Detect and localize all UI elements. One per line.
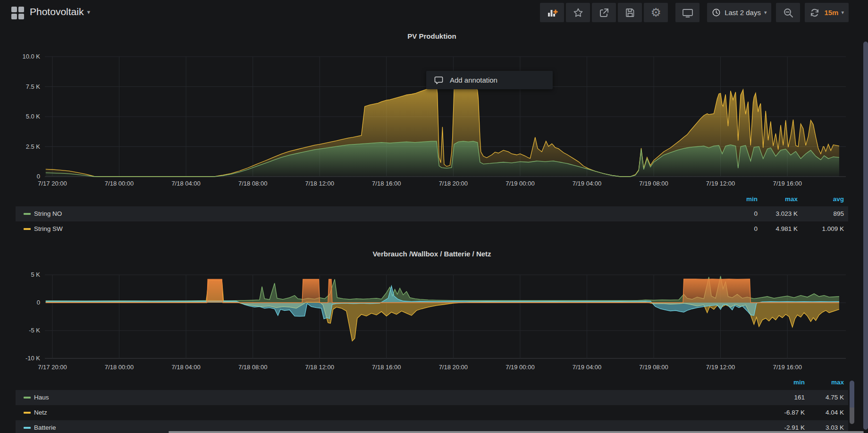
series-swatch xyxy=(24,228,31,230)
time-range-picker[interactable]: Last 2 days ▾ xyxy=(707,3,771,22)
x-tick-label: 7/18 04:00 xyxy=(158,364,214,371)
add-annotation-label: Add annotation xyxy=(450,76,497,84)
dashboard-settings-button[interactable]: ⚙ xyxy=(644,3,668,22)
y-tick-label: 7.5 K xyxy=(2,83,40,90)
x-tick-label: 7/19 12:00 xyxy=(692,364,749,371)
x-tick-label: 7/18 20:00 xyxy=(425,180,481,187)
y-tick-label: 5.0 K xyxy=(2,113,40,120)
series-name: String NO xyxy=(34,210,62,217)
x-tick-label: 7/18 12:00 xyxy=(291,364,348,371)
x-tick-label: 7/18 00:00 xyxy=(91,180,148,187)
series-avg: 895 xyxy=(792,210,844,217)
comment-bubble-icon xyxy=(434,76,443,85)
verbrauch-chart[interactable] xyxy=(0,263,868,365)
share-dashboard-button[interactable] xyxy=(592,3,616,22)
share-icon xyxy=(598,7,610,18)
series-swatch xyxy=(24,427,31,429)
gear-icon: ⚙ xyxy=(650,7,661,18)
x-tick-label: 7/17 20:00 xyxy=(24,364,81,371)
horizontal-scrollbar[interactable] xyxy=(169,431,864,433)
legend-row-haus[interactable]: Haus 161 4.75 K xyxy=(16,390,848,405)
x-tick-label: 7/18 20:00 xyxy=(425,364,481,371)
x-tick-label: 7/19 12:00 xyxy=(692,180,749,187)
x-tick-label: 7/19 00:00 xyxy=(492,364,548,371)
legend-sort-max[interactable]: max xyxy=(746,195,798,203)
time-range-label: Last 2 days xyxy=(725,8,761,17)
save-dashboard-button[interactable] xyxy=(618,3,642,22)
series-max: 4.981 K xyxy=(746,225,798,232)
dashboard-title: Photovoltaik xyxy=(30,6,84,17)
y-tick-label: 10.0 K xyxy=(2,53,40,60)
series-max: 3.023 K xyxy=(746,210,798,217)
x-tick-label: 7/18 08:00 xyxy=(225,180,281,187)
y-tick-label: 2.5 K xyxy=(2,143,40,150)
x-tick-label: 7/19 04:00 xyxy=(558,180,615,187)
series-avg: 1.009 K xyxy=(792,225,844,232)
pv-legend-header: min max avg xyxy=(16,195,848,203)
x-tick-label: 7/18 04:00 xyxy=(158,180,214,187)
add-panel-icon xyxy=(547,7,558,18)
x-tick-label: 7/19 08:00 xyxy=(625,364,682,371)
y-tick-label: 0 xyxy=(2,173,40,180)
x-tick-label: 7/17 20:00 xyxy=(24,180,81,187)
legend-row-netz[interactable]: Netz -6.87 K 4.04 K xyxy=(16,405,848,420)
star-icon xyxy=(573,7,584,18)
x-tick-label: 7/18 08:00 xyxy=(225,364,281,371)
y-tick-label: -5 K xyxy=(2,327,40,334)
add-panel-button[interactable] xyxy=(540,3,564,22)
series-swatch xyxy=(24,397,31,399)
dashboard-title-dropdown[interactable]: Photovoltaik▾ xyxy=(30,6,90,17)
chevron-down-icon: ▾ xyxy=(841,9,844,16)
series-max: 3.03 K xyxy=(792,424,844,431)
grafana-dashboard: Photovoltaik▾ xyxy=(0,0,868,433)
x-tick-label: 7/19 04:00 xyxy=(558,364,615,371)
x-tick-label: 7/18 16:00 xyxy=(358,180,415,187)
panel-title-verbrauch[interactable]: Verbrauch /Wallbox / Batterie / Netz xyxy=(0,250,864,258)
y-tick-label: -10 K xyxy=(2,355,40,362)
pv-produktion-chart[interactable] xyxy=(0,45,868,187)
x-tick-label: 7/18 00:00 xyxy=(91,364,148,371)
panel-title-pv-produktion[interactable]: PV Produktion xyxy=(0,32,864,40)
zoom-out-time-button[interactable] xyxy=(776,3,800,22)
chevron-down-icon: ▾ xyxy=(87,8,90,16)
dashboard-header: Photovoltaik▾ xyxy=(0,0,868,26)
series-name: Netz xyxy=(34,409,47,416)
series-name: String SW xyxy=(34,225,63,232)
refresh-icon xyxy=(809,8,820,18)
x-tick-label: 7/19 16:00 xyxy=(759,364,816,371)
y-tick-label: 5 K xyxy=(2,271,40,278)
cycle-view-mode-button[interactable] xyxy=(675,3,699,22)
grafana-dashboards-icon[interactable] xyxy=(11,7,24,19)
save-icon xyxy=(624,7,636,18)
legend-row-string-sw[interactable]: String SW 0 4.981 K 1.009 K xyxy=(16,221,848,237)
legend-row-string-no[interactable]: String NO 0 3.023 K 895 xyxy=(16,206,848,221)
series-name: Batterie xyxy=(34,424,56,431)
legend-sort-max[interactable]: max xyxy=(792,379,844,386)
series-max: 4.75 K xyxy=(792,394,844,401)
page-scrollbar[interactable] xyxy=(863,42,868,430)
x-tick-label: 7/19 08:00 xyxy=(625,180,682,187)
dashboard-toolbar: ⚙ Last 2 days ▾ xyxy=(538,3,849,22)
refresh-picker[interactable]: 15m ▾ xyxy=(805,3,849,22)
series-swatch xyxy=(24,213,31,215)
series-name: Haus xyxy=(34,394,49,401)
legend-sort-avg[interactable]: avg xyxy=(792,195,844,203)
x-tick-label: 7/19 00:00 xyxy=(492,180,548,187)
star-dashboard-button[interactable] xyxy=(566,3,590,22)
x-tick-label: 7/19 16:00 xyxy=(759,180,816,187)
clock-icon xyxy=(712,8,721,17)
series-max: 4.04 K xyxy=(792,409,844,416)
verbrauch-legend-header: min max xyxy=(16,379,848,386)
zoom-out-icon xyxy=(783,7,794,18)
y-tick-label: 0 xyxy=(2,299,40,306)
x-tick-label: 7/18 16:00 xyxy=(358,364,415,371)
legend-scrollbar[interactable] xyxy=(850,381,854,424)
tv-monitor-icon xyxy=(682,7,694,18)
add-annotation-menu-item[interactable]: Add annotation xyxy=(426,71,553,89)
series-swatch xyxy=(24,412,31,414)
refresh-interval-label: 15m xyxy=(824,8,838,17)
chevron-down-icon: ▾ xyxy=(764,9,767,16)
x-tick-label: 7/18 12:00 xyxy=(291,180,348,187)
